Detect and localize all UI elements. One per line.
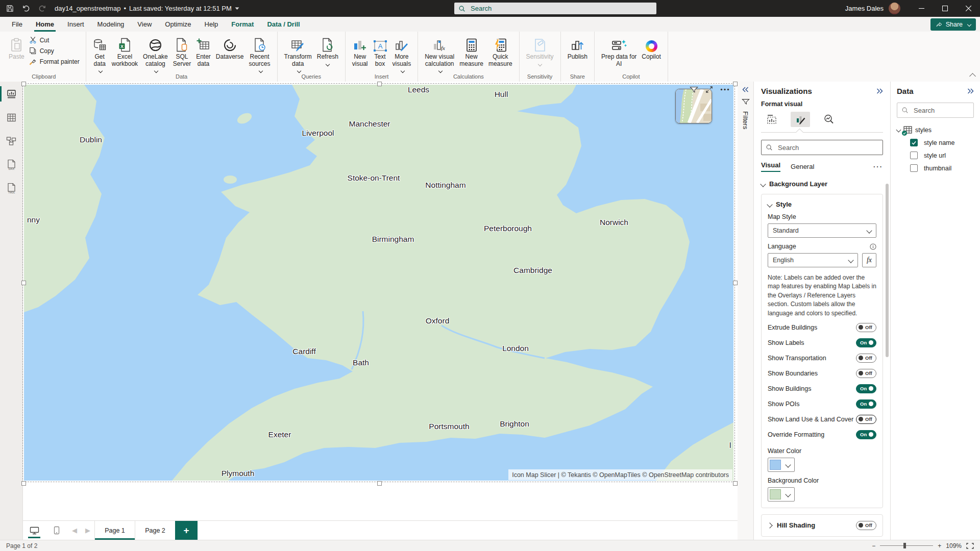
zoom-out-button[interactable]: − [872, 542, 875, 549]
analytics-tab[interactable] [819, 112, 839, 127]
language-dropdown[interactable]: English [768, 253, 858, 267]
menu-view[interactable]: View [131, 17, 158, 32]
previous-page-arrow[interactable]: ◀︎ [68, 521, 81, 540]
hill-shading-toggle[interactable]: Off [856, 521, 876, 530]
hill-shading-card[interactable]: Hill Shading Off [761, 514, 883, 537]
paste-button[interactable]: Paste [6, 34, 27, 61]
resize-handle[interactable] [21, 481, 26, 486]
more-options-icon[interactable] [720, 88, 729, 91]
new-page-button[interactable]: + [175, 521, 198, 540]
onelake-catalog-button[interactable]: OneLake catalog [140, 34, 170, 72]
resize-handle[interactable] [733, 481, 738, 486]
tmdl-view-button[interactable]: TMDL [0, 179, 23, 197]
table-view-button[interactable] [0, 108, 23, 127]
copy-button[interactable]: Copy [27, 46, 82, 55]
enter-data-button[interactable]: Enter data [193, 34, 213, 68]
text-box-button[interactable]: A Text box [371, 34, 390, 68]
sensitivity-button[interactable]: Sensitivity [524, 34, 556, 66]
global-search[interactable] [454, 3, 656, 14]
field-style-name[interactable]: style name [910, 139, 974, 146]
excel-workbook-button[interactable]: X Excel workbook [109, 34, 140, 68]
map-style-thumbnail[interactable] [675, 89, 712, 123]
style-section[interactable]: Style [768, 201, 876, 208]
collapse-ribbon-icon[interactable] [969, 73, 976, 80]
fx-conditional-format-button[interactable]: fx [862, 253, 876, 267]
new-visual-button[interactable]: New visual [350, 34, 371, 68]
resize-handle[interactable] [21, 82, 26, 86]
desktop-layout-button[interactable] [23, 521, 45, 540]
dataverse-button[interactable]: Dataverse [213, 34, 247, 61]
toggle-switch[interactable]: On [856, 430, 876, 439]
transform-data-button[interactable]: Transform data [282, 34, 314, 72]
cut-button[interactable]: Cut [27, 36, 82, 44]
format-search[interactable] [761, 140, 883, 155]
resize-handle[interactable] [733, 82, 738, 86]
refresh-button[interactable]: Refresh [314, 34, 341, 66]
page-tab-2[interactable]: Page 2 [135, 521, 175, 540]
focus-mode-icon[interactable] [705, 86, 713, 93]
menu-optimize[interactable]: Optimize [158, 17, 198, 32]
filter-funnel-icon[interactable] [690, 86, 698, 93]
menu-insert[interactable]: Insert [61, 17, 91, 32]
info-icon[interactable] [870, 243, 876, 250]
toggle-switch[interactable]: Off [856, 415, 876, 424]
data-search[interactable] [897, 103, 974, 118]
toggle-switch[interactable]: On [856, 338, 876, 347]
maximize-button[interactable] [933, 0, 957, 17]
map-style-dropdown[interactable]: Standard [768, 223, 876, 238]
search-input[interactable] [470, 4, 652, 13]
menu-modeling[interactable]: Modeling [91, 17, 131, 32]
expand-pane-icon[interactable] [742, 87, 749, 92]
menu-data-drill[interactable]: Data / Drill [260, 17, 306, 32]
sql-server-button[interactable]: SQL Server [170, 34, 193, 68]
fit-to-page-icon[interactable] [966, 543, 974, 549]
resize-handle[interactable] [733, 281, 738, 285]
collapse-pane-icon[interactable] [967, 88, 974, 94]
field-style-url[interactable]: style url [910, 152, 974, 159]
format-search-input[interactable] [777, 143, 878, 152]
report-view-button[interactable] [0, 85, 23, 103]
save-icon[interactable] [6, 5, 14, 12]
format-painter-button[interactable]: Format painter [27, 57, 82, 66]
toggle-switch[interactable]: Off [856, 323, 876, 332]
checkbox-checked[interactable] [910, 139, 918, 146]
more-visuals-button[interactable]: More visuals [390, 34, 414, 72]
menu-file[interactable]: File [5, 17, 29, 32]
scrollbar[interactable] [886, 184, 889, 357]
water-color-picker[interactable] [768, 458, 795, 472]
build-visual-tab[interactable] [762, 112, 781, 127]
undo-icon[interactable] [22, 5, 30, 12]
copilot-button[interactable]: Copilot [639, 34, 663, 61]
minimize-button[interactable] [910, 0, 933, 17]
redo-icon[interactable] [38, 5, 46, 12]
table-styles-node[interactable]: styles [897, 126, 974, 134]
resize-handle[interactable] [21, 281, 26, 285]
openstreetmap-visual[interactable]: LeedsHullManchesterLiverpoolDublinStoke-… [24, 85, 733, 481]
document-title[interactable]: day14_openstreetmap • Last saved: Yester… [55, 5, 239, 12]
get-data-button[interactable]: Get data [90, 34, 109, 72]
field-thumbnail[interactable]: thumbnail [910, 164, 974, 172]
menu-format[interactable]: Format [225, 17, 260, 32]
toggle-switch[interactable]: Off [856, 369, 876, 378]
share-button[interactable]: Share [930, 18, 976, 31]
tab-general[interactable]: General [791, 163, 814, 170]
zoom-slider-thumb[interactable] [903, 543, 906, 548]
next-page-arrow[interactable]: ▶︎ [81, 521, 94, 540]
new-visual-calculation-button[interactable]: fx New visual calculation [422, 34, 457, 72]
background-color-picker[interactable] [768, 487, 795, 502]
close-button[interactable] [957, 0, 980, 17]
resize-handle[interactable] [377, 481, 382, 486]
new-measure-button[interactable]: New measure [457, 34, 486, 68]
collapse-pane-icon[interactable] [876, 88, 883, 94]
filters-pane-collapsed[interactable]: Filters [738, 82, 754, 540]
prep-data-for-ai-button[interactable]: Prep data for AI [599, 34, 639, 68]
resize-handle[interactable] [377, 82, 382, 86]
quick-measure-button[interactable]: Quick measure [486, 34, 515, 68]
avatar[interactable] [889, 3, 900, 14]
checkbox-unchecked[interactable] [910, 152, 918, 159]
zoom-slider[interactable] [880, 545, 933, 546]
menu-help[interactable]: Help [198, 17, 225, 32]
user-name[interactable]: James Dales [845, 5, 884, 12]
background-layer-section[interactable]: Background Layer [761, 180, 883, 188]
recent-sources-button[interactable]: Recent sources [247, 34, 273, 72]
